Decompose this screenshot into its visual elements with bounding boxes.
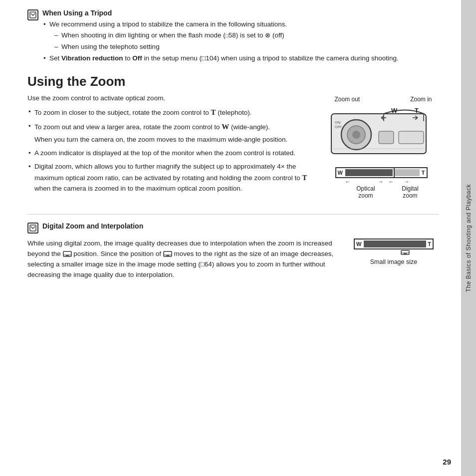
image-size-icon	[63, 250, 72, 257]
camera-top-diagram: W T ON/ OFF	[329, 104, 434, 160]
dig-zoom-para: While using digital zoom, the image qual…	[27, 238, 339, 280]
sidebar: The Basics of Shooting and Playback	[461, 0, 476, 476]
note-icon	[27, 9, 38, 20]
tripod-bullet-1: We recommend using a tripod to stabilize…	[42, 19, 439, 52]
zoom-out-label: Zoom out	[335, 96, 360, 103]
zoom-bullet-4: Digital zoom, which allows you to furthe…	[27, 162, 314, 194]
w-label-b2: W	[222, 123, 229, 131]
zoom-bar-diagram: W T ← → ← →	[333, 167, 430, 199]
image-size-icon-2	[163, 250, 172, 257]
sidebar-text: The Basics of Shooting and Playback	[465, 184, 472, 292]
small-bar-marker-icon	[401, 249, 410, 256]
allows-text: allows	[94, 163, 113, 170]
zoom-text: Use the zoom control to activate optical…	[27, 93, 314, 197]
zoom-bullet-3: A zoom indicator is displayed at the top…	[27, 148, 314, 159]
t-label-b4: T	[302, 174, 307, 182]
t-label-b1: T	[211, 108, 216, 116]
tripod-note-box: When Using a Tripod We recommend using a…	[27, 9, 439, 65]
zoom-bullet-1: To zoom in closer to the subject, rotate…	[27, 107, 314, 118]
zoom-in-label: Zoom in	[410, 96, 432, 103]
zoom-sub-para: When you turn the camera on, the zoom mo…	[34, 135, 314, 145]
svg-text:ON/: ON/	[335, 121, 341, 124]
digital-zoom-label: Digital	[402, 185, 418, 192]
zoom-bar-w: W	[338, 170, 343, 176]
dig-zoom-icon	[27, 223, 38, 234]
small-bar-t: T	[428, 241, 431, 247]
tripod-note-content: When Using a Tripod We recommend using a…	[42, 9, 439, 65]
dig-zoom-title: Digital Zoom and Interpolation	[42, 222, 143, 230]
tripod-list: We recommend using a tripod to stabilize…	[42, 19, 439, 63]
page-number: 29	[443, 458, 451, 466]
tripod-bullet-2: Set Vibration reduction to Off in the se…	[42, 53, 439, 63]
zoom-bullets: To zoom in closer to the subject, rotate…	[27, 107, 314, 194]
vibration-reduction-bold: Vibration reduction	[61, 54, 123, 62]
zoom-bullet-2: To zoom out and view a larger area, rota…	[27, 121, 314, 145]
off-bold: Off	[132, 54, 142, 62]
main-content: When Using a Tripod We recommend using a…	[27, 9, 439, 461]
tripod-sub-1: When shooting in dim lighting or when th…	[54, 30, 439, 40]
svg-rect-9	[379, 131, 394, 144]
tripod-title: When Using a Tripod	[42, 9, 112, 17]
tripod-sub-2: When using the telephoto setting	[54, 42, 439, 52]
svg-text:T: T	[415, 107, 419, 114]
svg-rect-21	[404, 253, 407, 254]
digital-zoom-sub: zoom	[403, 192, 417, 199]
tripod-sub-list: When shooting in dim lighting or when th…	[54, 30, 439, 52]
zoom-intro: Use the zoom control to activate optical…	[27, 93, 314, 104]
dig-zoom-title-container: Digital Zoom and Interpolation	[42, 222, 439, 230]
optical-zoom-sub: zoom	[358, 192, 373, 199]
dig-zoom-section: While using digital zoom, the image qual…	[27, 238, 439, 280]
svg-text:W: W	[391, 107, 398, 114]
svg-rect-10	[399, 131, 424, 144]
dig-zoom-note-box: Digital Zoom and Interpolation	[27, 222, 439, 234]
optical-zoom-label: Optical	[356, 185, 375, 192]
svg-rect-15	[66, 255, 69, 256]
small-bar-w: W	[356, 241, 361, 247]
svg-text:OFF: OFF	[335, 125, 342, 129]
zoom-bar-t: T	[422, 170, 425, 176]
small-image-size-label: Small image size	[349, 258, 439, 265]
svg-point-4	[352, 131, 360, 139]
dig-zoom-text: While using digital zoom, the image qual…	[27, 238, 339, 280]
zoom-diagram: Zoom out Zoom in W T	[324, 96, 439, 199]
zoom-heading: Using the Zoom	[27, 74, 439, 89]
svg-rect-18	[166, 255, 169, 256]
small-img-diagram: W T Small image size	[349, 238, 439, 265]
zoom-section: Use the zoom control to activate optical…	[27, 93, 439, 199]
section-divider	[27, 214, 439, 215]
